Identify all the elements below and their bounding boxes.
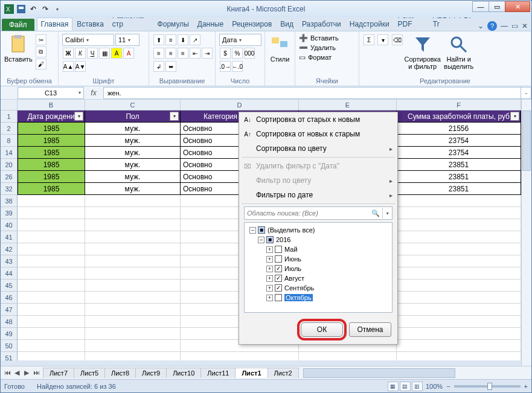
page-layout-view-icon[interactable]: ▤	[400, 382, 411, 391]
row-header[interactable]: 45	[1, 280, 18, 292]
filter-dropdown-icon[interactable]: ▾	[170, 112, 179, 121]
cell[interactable]	[18, 231, 85, 243]
maximize-button[interactable]: ▭	[489, 1, 505, 12]
cell[interactable]	[397, 352, 521, 360]
cell[interactable]	[397, 316, 521, 328]
row-header[interactable]: 43	[1, 255, 18, 267]
sheet-first-icon[interactable]: ⏮	[3, 369, 11, 377]
delete-cells-label[interactable]: Удалить	[310, 44, 336, 51]
decrease-decimal-icon[interactable]: ←.0	[232, 61, 243, 72]
cell[interactable]	[85, 328, 181, 340]
cell[interactable]: 21556	[397, 123, 521, 135]
cell[interactable]	[397, 219, 521, 231]
cell[interactable]	[397, 267, 521, 280]
row-header[interactable]: 32	[1, 183, 18, 195]
expand-icon[interactable]: +	[266, 295, 273, 301]
cell[interactable]	[18, 243, 85, 255]
cell[interactable]: муж.	[85, 183, 181, 195]
cell[interactable]	[85, 316, 181, 328]
expand-icon[interactable]: +	[266, 266, 273, 272]
tree-select-all[interactable]: – ■ (Выделить все)	[247, 225, 389, 235]
cut-icon[interactable]: ✂	[36, 34, 46, 45]
cell[interactable]: 23851	[397, 183, 521, 195]
row-header[interactable]: 2	[1, 123, 18, 135]
cell[interactable]	[18, 340, 85, 352]
currency-icon[interactable]: $	[220, 48, 231, 59]
cell[interactable]	[181, 352, 299, 360]
cell[interactable]	[18, 207, 85, 219]
wrap-text-icon[interactable]: ↲	[153, 61, 164, 72]
checkbox-mixed-icon[interactable]: ■	[258, 226, 265, 234]
font-size-combo[interactable]: 11▾	[115, 34, 139, 46]
cell[interactable]	[397, 304, 521, 316]
format-cells-label[interactable]: Формат	[308, 54, 332, 61]
cell[interactable]: 23754	[397, 147, 521, 159]
cell[interactable]	[299, 352, 397, 360]
number-format-combo[interactable]: Дата▾	[219, 34, 261, 46]
tab-developer[interactable]: Разработчи	[298, 18, 345, 31]
row-header[interactable]: 40	[1, 219, 18, 231]
sheet-tab[interactable]: Лист10	[166, 368, 201, 378]
undo-icon[interactable]: ↶	[28, 4, 38, 14]
sort-filter-button[interactable]: Сортировка и фильтр	[406, 34, 440, 70]
tab-home[interactable]: Главная	[37, 18, 73, 31]
cell[interactable]	[18, 280, 85, 292]
tab-insert[interactable]: Вставка	[72, 18, 108, 31]
cell[interactable]	[85, 352, 181, 360]
paste-button[interactable]: Вставить	[4, 34, 33, 63]
sheet-tab[interactable]: Лист2	[268, 368, 299, 378]
grow-font-button[interactable]: A▲	[63, 61, 74, 72]
cell[interactable]	[85, 219, 181, 231]
cancel-button[interactable]: Отмена	[349, 322, 391, 337]
format-painter-icon[interactable]: 🖌	[36, 59, 46, 69]
cell[interactable]	[18, 195, 85, 207]
tree-month[interactable]: +✓Август	[247, 273, 389, 283]
delete-cells-icon[interactable]: ➖	[299, 43, 308, 52]
font-name-combo[interactable]: Calibri▾	[62, 34, 114, 46]
row-header[interactable]: 14	[1, 147, 18, 159]
align-middle-icon[interactable]: ≡	[165, 34, 176, 45]
row-header[interactable]: 48	[1, 316, 18, 328]
save-icon[interactable]	[16, 4, 26, 14]
formula-input[interactable]: жен.	[103, 87, 521, 99]
minimize-button[interactable]: —	[472, 1, 489, 12]
italic-button[interactable]: К	[75, 48, 86, 59]
date-filters[interactable]: Фильтры по дате▸	[239, 188, 397, 202]
copy-icon[interactable]: ⧉	[36, 46, 46, 57]
cell[interactable]: муж.	[85, 135, 181, 147]
row-header[interactable]: 26	[1, 171, 18, 183]
tree-month[interactable]: +Июнь	[247, 254, 389, 264]
cell[interactable]: 1985	[18, 159, 85, 171]
format-cells-icon[interactable]: ▭	[299, 53, 306, 62]
formula-bar-expand-icon[interactable]: ⌄	[521, 87, 531, 99]
vertical-scrollbar[interactable]	[521, 100, 531, 366]
expand-icon[interactable]: +	[266, 256, 273, 263]
checkbox-icon[interactable]: ✓	[275, 275, 282, 282]
checkbox-icon[interactable]: ✓	[275, 265, 282, 272]
expand-icon[interactable]: +	[266, 275, 273, 282]
cell[interactable]	[397, 328, 521, 340]
checkbox-icon[interactable]	[275, 255, 282, 263]
row-header[interactable]: 47	[1, 304, 18, 316]
comma-icon[interactable]: 000	[244, 48, 255, 59]
zoom-in-icon[interactable]: +	[524, 383, 528, 390]
cell[interactable]	[397, 340, 521, 352]
underline-button[interactable]: Ч	[87, 48, 98, 59]
tree-month[interactable]: +Май	[247, 244, 389, 254]
ok-button[interactable]: ОК	[301, 322, 343, 337]
checkbox-icon[interactable]	[275, 294, 282, 301]
zoom-thumb[interactable]	[487, 383, 492, 390]
row-header[interactable]: 38	[1, 195, 18, 207]
sheet-tab[interactable]: Лист1	[235, 368, 268, 378]
doc-restore-icon[interactable]: ▭	[511, 22, 518, 30]
cell[interactable]: муж.	[85, 147, 181, 159]
tree-month[interactable]: +✓Сентябрь	[247, 283, 389, 293]
percent-icon[interactable]: %	[232, 48, 243, 59]
name-box[interactable]: C13▾	[18, 87, 84, 99]
sheet-tab[interactable]: Лист9	[135, 368, 167, 378]
tab-addins[interactable]: Надстройки	[345, 18, 394, 31]
col-header-d[interactable]: D	[181, 100, 299, 110]
sheet-tab[interactable]: Лист11	[200, 368, 236, 378]
row-header[interactable]: 49	[1, 328, 18, 340]
cell[interactable]	[85, 207, 181, 219]
